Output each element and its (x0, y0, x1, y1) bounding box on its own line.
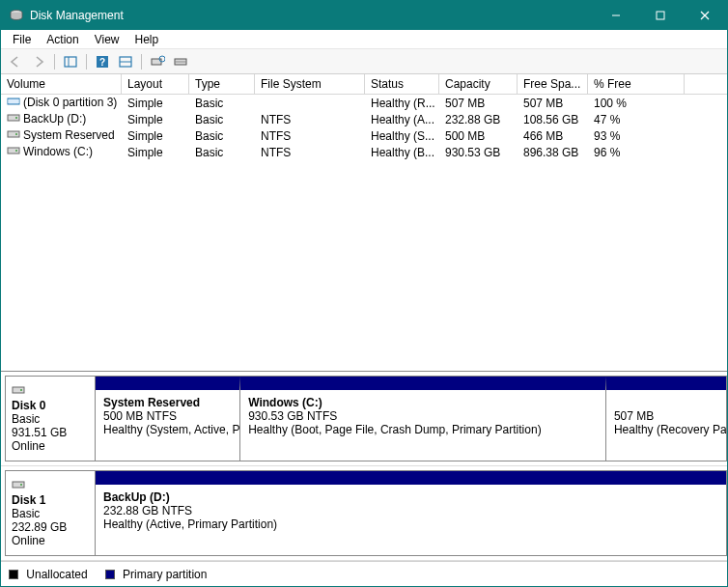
disk-label-box[interactable]: Disk 0Basic931.51 GBOnline (5, 376, 96, 461)
drive-icon (7, 145, 20, 159)
window-title: Disk Management (30, 9, 124, 22)
volume-type: Basic (189, 112, 255, 127)
main-area: Volume Layout Type File System Status Ca… (1, 74, 727, 561)
volume-layout: Simple (122, 128, 189, 144)
col-freespace[interactable]: Free Spa... (518, 74, 588, 94)
help-button[interactable]: ? (92, 51, 113, 72)
back-button[interactable] (5, 51, 26, 72)
col-pctfree[interactable]: % Free (588, 74, 685, 94)
forward-button[interactable] (28, 51, 49, 72)
refresh-button[interactable] (115, 51, 136, 72)
maximize-button[interactable] (638, 1, 683, 30)
partition-status: Healthy (Recovery Partition) (614, 423, 718, 436)
toolbar-separator (86, 54, 87, 70)
partition-box[interactable]: BackUp (D:)232.88 GB NTFSHealthy (Active… (96, 471, 726, 555)
volume-pctfree: 93 % (588, 128, 685, 144)
col-type[interactable]: Type (189, 74, 255, 94)
disk-label-box[interactable]: Disk 1Basic232.89 GBOnline (5, 470, 96, 556)
disk-icon (12, 479, 89, 493)
volume-pctfree: 47 % (588, 112, 685, 127)
volume-type: Basic (189, 145, 255, 160)
menubar: File Action View Help (1, 30, 727, 49)
legend-unallocated-label: Unallocated (26, 568, 87, 581)
col-layout[interactable]: Layout (122, 74, 189, 94)
volume-list-header: Volume Layout Type File System Status Ca… (1, 74, 727, 95)
disk-type: Basic (12, 412, 89, 426)
svg-rect-2 (657, 12, 664, 19)
volume-rows: (Disk 0 partition 3)SimpleBasicHealthy (… (1, 95, 727, 160)
volume-status: Healthy (R... (365, 96, 439, 111)
drive-icon (7, 96, 20, 110)
svg-rect-24 (13, 387, 24, 393)
swatch-unallocated-icon (9, 570, 18, 579)
svg-rect-26 (13, 482, 24, 488)
svg-rect-20 (8, 131, 19, 137)
volume-type: Basic (189, 128, 255, 144)
toolbar-separator (141, 54, 142, 70)
volume-layout: Simple (122, 112, 189, 127)
legend: Unallocated Primary partition (1, 561, 727, 586)
disk-name: Disk 0 (12, 399, 89, 412)
partition-box[interactable]: System Reserved500 MB NTFSHealthy (Syste… (96, 377, 240, 461)
col-filesystem[interactable]: File System (255, 74, 365, 94)
graphical-view: Disk 0Basic931.51 GBOnlineSystem Reserve… (1, 372, 727, 561)
legend-primary-label: Primary partition (123, 568, 207, 581)
menu-help[interactable]: Help (127, 32, 167, 47)
svg-rect-25 (20, 389, 22, 391)
volume-capacity: 507 MB (439, 96, 518, 111)
properties-button[interactable] (170, 51, 191, 72)
close-button[interactable] (683, 1, 727, 30)
col-volume[interactable]: Volume (1, 74, 122, 94)
volume-list: Volume Layout Type File System Status Ca… (1, 74, 727, 372)
menu-view[interactable]: View (87, 32, 127, 47)
partition-status: Healthy (System, Active, Primary Partiti… (103, 423, 232, 436)
disk-size: 232.89 GB (12, 520, 89, 534)
partition-size: 507 MB (614, 409, 718, 423)
volume-fs (255, 102, 365, 104)
partition-box[interactable]: 507 MBHealthy (Recovery Partition) (606, 377, 726, 461)
partition-size: 232.88 GB NTFS (103, 504, 718, 517)
partition-title: Windows (C:) (248, 396, 598, 409)
volume-row[interactable]: System ReservedSimpleBasicNTFSHealthy (S… (1, 127, 727, 144)
rescan-disks-button[interactable] (147, 51, 168, 72)
partition-status: Healthy (Active, Primary Partition) (103, 517, 718, 531)
volume-name: Windows (C:) (23, 145, 93, 158)
volume-fs: NTFS (255, 145, 365, 160)
volume-row[interactable]: Windows (C:)SimpleBasicNTFSHealthy (B...… (1, 144, 727, 160)
window: Disk Management File Action View Help (0, 0, 728, 587)
volume-name: BackUp (D:) (23, 112, 86, 126)
volume-free: 896.38 GB (518, 145, 588, 160)
volume-capacity: 500 MB (439, 128, 518, 144)
svg-rect-5 (65, 57, 76, 67)
volume-layout: Simple (122, 145, 189, 160)
svg-rect-21 (15, 133, 17, 135)
menu-action[interactable]: Action (39, 32, 86, 47)
disk-state: Online (12, 534, 89, 547)
show-hide-console-tree-button[interactable] (60, 51, 81, 72)
col-status[interactable]: Status (365, 74, 439, 94)
svg-rect-19 (15, 117, 17, 119)
disk-name: Disk 1 (12, 493, 89, 507)
volume-layout: Simple (122, 96, 189, 111)
partition-size: 500 MB NTFS (103, 409, 232, 423)
menu-file[interactable]: File (5, 32, 39, 47)
volume-row[interactable]: (Disk 0 partition 3)SimpleBasicHealthy (… (1, 95, 727, 111)
app-icon (9, 8, 24, 23)
svg-rect-27 (20, 484, 22, 486)
disk-block: Disk 0Basic931.51 GBOnlineSystem Reserve… (1, 372, 727, 466)
svg-rect-15 (8, 98, 19, 104)
volume-free: 108.56 GB (518, 112, 588, 127)
disk-size: 931.51 GB (12, 426, 89, 439)
partition-status: Healthy (Boot, Page File, Crash Dump, Pr… (248, 423, 598, 436)
col-capacity[interactable]: Capacity (439, 74, 518, 94)
volume-capacity: 930.53 GB (439, 145, 518, 160)
svg-rect-23 (15, 150, 17, 152)
minimize-button[interactable] (594, 1, 638, 30)
volume-fs: NTFS (255, 112, 365, 127)
svg-rect-22 (8, 148, 19, 154)
toolbar: ? (1, 49, 727, 74)
volume-capacity: 232.88 GB (439, 112, 518, 127)
volume-row[interactable]: BackUp (D:)SimpleBasicNTFSHealthy (A...2… (1, 111, 727, 127)
partition-box[interactable]: Windows (C:)930.53 GB NTFSHealthy (Boot,… (240, 377, 606, 461)
volume-name: System Reserved (23, 128, 115, 142)
